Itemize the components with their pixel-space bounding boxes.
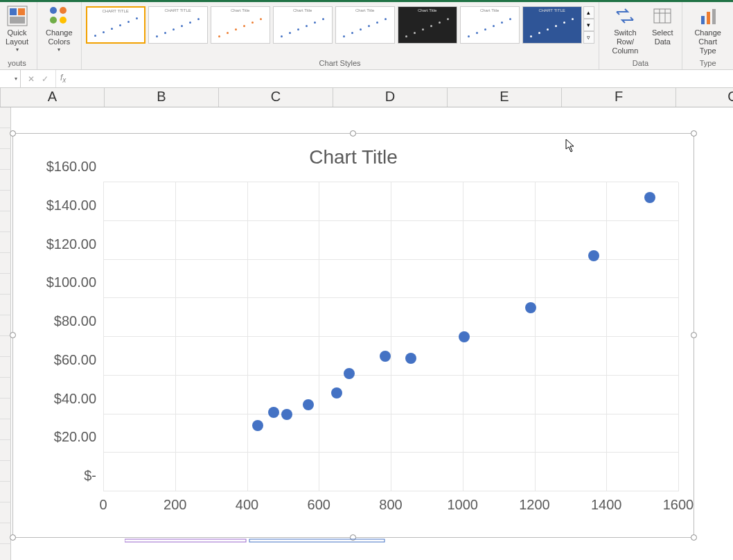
row-header[interactable] — [0, 544, 11, 560]
column-header[interactable]: E — [448, 88, 562, 107]
row-header[interactable] — [0, 211, 11, 232]
column-header[interactable]: G — [676, 88, 733, 107]
column-header[interactable]: B — [105, 88, 219, 107]
row-header[interactable] — [0, 274, 11, 295]
resize-handle[interactable] — [10, 534, 16, 541]
ribbon-group-layouts: QuickLayout ▾ youts — [0, 2, 37, 69]
y-axis-tick-label: $100.00 — [20, 274, 103, 290]
chart-style-thumb[interactable]: Chart Title — [273, 6, 333, 44]
data-point[interactable] — [268, 407, 279, 418]
switch-row-column-label: Switch Row/Column — [608, 28, 644, 55]
change-chart-type-label: ChangeChart Type — [691, 28, 725, 55]
row-header[interactable] — [0, 170, 11, 191]
name-box[interactable]: ▾ — [0, 70, 21, 87]
data-point[interactable] — [405, 353, 416, 364]
resize-handle[interactable] — [691, 534, 697, 541]
gallery-more-button[interactable]: ▿ — [583, 31, 594, 44]
gallery-down-button[interactable]: ▾ — [583, 19, 594, 31]
quick-layout-icon — [6, 5, 28, 27]
chart-title[interactable]: Chart Title — [13, 134, 694, 173]
embedded-chart[interactable]: Chart Title $-$20.00$40.00$60.00$80.00$1… — [12, 133, 694, 538]
svg-point-7 — [60, 17, 67, 24]
x-axis-tick-label: 1600 — [663, 491, 694, 513]
row-header[interactable] — [0, 523, 11, 544]
chart-style-thumb[interactable]: Chart Title — [335, 6, 395, 44]
plot-area[interactable]: $-$20.00$40.00$60.00$80.00$100.00$120.00… — [103, 182, 678, 491]
row-header[interactable] — [0, 232, 11, 253]
chart-data-range-indicator — [125, 536, 402, 541]
quick-layout-label: QuickLayout — [6, 28, 28, 46]
resize-handle[interactable] — [350, 130, 356, 137]
row-header[interactable] — [0, 336, 11, 357]
resize-handle[interactable] — [691, 130, 697, 137]
select-data-button[interactable]: SelectData — [647, 3, 678, 46]
enter-formula-icon[interactable]: ✓ — [42, 74, 48, 84]
svg-rect-2 — [18, 8, 25, 15]
data-point[interactable] — [459, 331, 470, 342]
ribbon-group-label-data: Data — [603, 58, 678, 69]
column-header[interactable]: F — [562, 88, 676, 107]
x-axis-tick-label: 1200 — [519, 491, 550, 513]
svg-rect-16 — [249, 539, 385, 542]
x-axis-tick-label: 0 — [99, 491, 107, 513]
gallery-up-button[interactable]: ▴ — [583, 6, 594, 19]
row-header[interactable] — [0, 399, 11, 419]
y-axis-tick-label: $140.00 — [20, 197, 103, 213]
data-point[interactable] — [588, 250, 599, 261]
column-header[interactable]: D — [333, 88, 448, 107]
column-headers: A B C D E F G — [0, 88, 733, 107]
svg-point-5 — [60, 7, 67, 14]
data-point[interactable] — [252, 420, 263, 431]
row-header[interactable] — [0, 149, 11, 170]
row-header[interactable] — [0, 482, 11, 502]
row-header[interactable] — [0, 440, 11, 461]
ribbon: QuickLayout ▾ youts ChangeColors ▾ CHART… — [0, 2, 733, 70]
column-header[interactable]: C — [219, 88, 333, 107]
x-axis-tick-label: 400 — [236, 491, 258, 513]
resize-handle[interactable] — [10, 130, 16, 137]
data-point[interactable] — [344, 368, 355, 379]
ribbon-group-label-empty — [42, 58, 77, 69]
y-axis-tick-label: $- — [20, 468, 103, 484]
resize-handle[interactable] — [691, 332, 697, 338]
dropdown-caret-icon: ▾ — [58, 46, 60, 53]
chart-style-thumb[interactable]: Chart Title — [460, 6, 520, 44]
formula-input[interactable] — [71, 70, 733, 87]
chart-style-thumb[interactable]: CHART TITLE — [148, 6, 208, 44]
row-header[interactable] — [0, 253, 11, 274]
resize-handle[interactable] — [10, 332, 16, 338]
data-point[interactable] — [331, 387, 342, 399]
row-header[interactable] — [0, 191, 11, 211]
change-chart-type-icon — [697, 5, 719, 27]
change-colors-button[interactable]: ChangeColors ▾ — [42, 3, 77, 53]
cancel-formula-icon[interactable]: ✕ — [28, 74, 35, 84]
column-header[interactable]: A — [1, 88, 105, 107]
data-point[interactable] — [303, 399, 314, 410]
chart-style-thumb[interactable]: CHART TITLE — [86, 6, 145, 44]
ribbon-group-type: ChangeChart Type Type — [682, 2, 733, 69]
data-point[interactable] — [281, 409, 292, 420]
row-header[interactable] — [0, 378, 11, 399]
row-header[interactable] — [0, 461, 11, 482]
x-axis-tick-label: 1000 — [448, 491, 479, 513]
svg-rect-3 — [10, 17, 25, 24]
switch-row-column-button[interactable]: Switch Row/Column — [603, 3, 648, 55]
chart-style-thumb[interactable]: CHART TITLE — [522, 6, 582, 44]
fx-icon[interactable]: fx — [56, 70, 71, 87]
data-point[interactable] — [525, 302, 536, 313]
row-header[interactable] — [0, 419, 11, 440]
row-header[interactable] — [0, 357, 11, 378]
row-header[interactable] — [0, 295, 11, 315]
chart-style-thumb[interactable]: Chart Title — [211, 6, 270, 44]
y-axis-tick-label: $160.00 — [20, 159, 103, 175]
change-chart-type-button[interactable]: ChangeChart Type — [687, 3, 729, 55]
select-data-icon — [651, 5, 673, 27]
chart-style-thumb[interactable]: Chart Title — [398, 6, 457, 44]
ribbon-group-data: Switch Row/Column SelectData Data — [599, 2, 683, 69]
quick-layout-button[interactable]: QuickLayout ▾ — [1, 3, 33, 53]
row-header[interactable] — [0, 502, 11, 523]
data-point[interactable] — [644, 192, 655, 203]
data-point[interactable] — [380, 351, 391, 362]
ribbon-group-colors: ChangeColors ▾ — [37, 2, 82, 69]
row-header[interactable] — [0, 107, 11, 128]
